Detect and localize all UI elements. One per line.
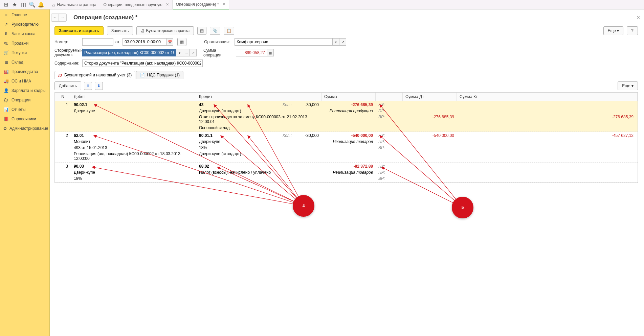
- sumop-input[interactable]: [236, 49, 267, 56]
- bell-icon[interactable]: 🔔: [37, 0, 45, 9]
- storno-input-group: ▾ … ↗: [82, 49, 197, 56]
- sidebar-item-main[interactable]: ≡Главное: [0, 10, 49, 20]
- subtab-accounting[interactable]: Дт Бухгалтерский и налоговый учет (3): [54, 71, 135, 79]
- label-org: Организация:: [204, 40, 232, 44]
- cell-meta: НУ: ПР: ВР:: [376, 132, 403, 162]
- col-sumkt[interactable]: Сумма Кт: [457, 93, 638, 101]
- cell-n: 3: [55, 163, 71, 182]
- list-icon-button[interactable]: 📋: [224, 27, 234, 35]
- table-more-button[interactable]: Еще: [618, 81, 638, 90]
- help-button[interactable]: ?: [627, 26, 638, 35]
- annotation-bubble-4: 4: [293, 195, 314, 217]
- move-down-button[interactable]: ⬇: [95, 82, 103, 90]
- table-row[interactable]: 3 90.03 Двери-купе 18% 68.02 Налог (взно…: [55, 163, 638, 183]
- sidebar-item-reports[interactable]: 📊Отчеты: [0, 105, 49, 114]
- date-input[interactable]: [123, 38, 166, 46]
- sidebar-item-sales[interactable]: 🛍Продажи: [0, 39, 49, 48]
- label-storno: Сторнируемый документ:: [54, 48, 80, 57]
- dtkt-icon-button[interactable]: ▤: [197, 27, 206, 35]
- cell-sumkt: [457, 163, 638, 182]
- sidebar-label: Покупки: [12, 50, 27, 55]
- tab-bar: ⌂ Начальная страница Операции, введенные…: [49, 0, 229, 9]
- cell-n: 1: [55, 101, 71, 131]
- storno-input[interactable]: [82, 49, 176, 56]
- sidebar-item-manager[interactable]: ↗Руководителю: [0, 20, 49, 29]
- sidebar-label: ОС и НМА: [12, 79, 31, 83]
- tab-current-operation[interactable]: Операция (создание) * ✕: [173, 0, 229, 9]
- sidebar-label: Зарплата и кадры: [12, 88, 45, 93]
- label-from: от:: [115, 40, 120, 44]
- close-page-button[interactable]: ×: [636, 15, 641, 21]
- close-icon[interactable]: ✕: [222, 2, 225, 6]
- debit-sub2: 18%: [74, 176, 194, 181]
- sidebar-item-hr[interactable]: 👤Зарплата и кадры: [0, 86, 49, 95]
- close-icon[interactable]: ✕: [166, 2, 169, 7]
- locked-icon[interactable]: ▦: [177, 38, 186, 46]
- sumdt-vr: -276 685,39: [405, 115, 454, 119]
- sidebar-item-assets[interactable]: 🚚ОС и НМА: [0, 76, 49, 86]
- calc-icon[interactable]: ▦: [267, 49, 274, 56]
- content-input[interactable]: [82, 59, 203, 67]
- sidebar-item-operations[interactable]: ДтОперации: [0, 95, 49, 105]
- save-close-button[interactable]: Записать и закрыть: [54, 26, 104, 35]
- subtab-vat[interactable]: 📄 НДС Продажи (1): [136, 71, 183, 79]
- attach-icon-button[interactable]: 📎: [210, 27, 220, 35]
- tab-home[interactable]: ⌂ Начальная страница: [49, 0, 100, 9]
- label-kol: Кол.:: [261, 102, 292, 107]
- label-vr: ВР:: [378, 176, 400, 181]
- col-n[interactable]: N: [55, 93, 71, 101]
- select-icon[interactable]: …: [183, 49, 190, 56]
- top-toolbar: ⊞ ★ ◫ 🔍 🔔 ⌂ Начальная страница Операции,…: [0, 0, 644, 9]
- org-input[interactable]: [235, 38, 333, 46]
- open-icon[interactable]: ↗: [339, 38, 346, 46]
- nav-forward-button[interactable]: →: [59, 14, 66, 21]
- sidebar-item-warehouse[interactable]: ▦Склад: [0, 57, 49, 67]
- move-up-button[interactable]: ⬆: [84, 82, 92, 90]
- col-debit[interactable]: Дебет: [71, 93, 196, 101]
- tab-manual-operations[interactable]: Операции, введенные вручную ✕: [100, 0, 173, 9]
- cell-debit: 90.02.1 Двери-купе: [71, 101, 196, 131]
- calendar-icon[interactable]: 📅: [166, 38, 173, 46]
- sidebar-label: Склад: [12, 60, 23, 65]
- credit-account: 68.02: [199, 164, 319, 169]
- table-row[interactable]: 1 90.02.1 Двери-купе 43 Кол.: -30,000 Дв…: [55, 101, 638, 132]
- loop-icon[interactable]: ◫: [19, 0, 28, 9]
- sidebar-item-purchases[interactable]: 🛒Покупки: [0, 48, 49, 57]
- nav-back-button[interactable]: ←: [51, 14, 59, 21]
- dropdown-icon[interactable]: ▾: [176, 49, 183, 56]
- sidebar-label: Отчеты: [12, 107, 25, 112]
- sidebar-item-directories[interactable]: 📕Справочники: [0, 114, 49, 124]
- debit-account: 90.02.1: [74, 102, 194, 107]
- cell-sumdt: -276 685,39: [403, 101, 457, 131]
- credit-sub2: 18%: [199, 145, 319, 150]
- dropdown-icon[interactable]: ▾: [333, 38, 339, 46]
- open-icon[interactable]: ↗: [190, 49, 197, 56]
- credit-qty: -30,000: [292, 133, 319, 138]
- sumkt-nu: -457 627,12: [460, 133, 634, 138]
- factory-icon: 🏭: [3, 69, 9, 74]
- grid-icon: ▦: [3, 60, 9, 65]
- ruble-icon: ₽: [3, 31, 9, 36]
- print-report-button[interactable]: 🖨 Бухгалтерская справка: [136, 26, 194, 35]
- credit-account: 43: [199, 102, 261, 107]
- number-input[interactable]: [82, 38, 113, 46]
- col-sum[interactable]: Сумма: [321, 93, 376, 101]
- col-sumdt[interactable]: Сумма Дт: [403, 93, 457, 101]
- apps-icon[interactable]: ⊞: [1, 0, 10, 9]
- org-input-group: ▾ ↗: [235, 38, 346, 46]
- sidebar-item-admin[interactable]: ✿Администрирование: [0, 124, 49, 133]
- table-row[interactable]: 2 62.01 Монолит 493 от 15.01.2013 Реализ…: [55, 132, 638, 163]
- cell-sumkt: -457 627,12: [457, 132, 638, 162]
- sidebar-item-bank[interactable]: ₽Банк и касса: [0, 29, 49, 39]
- favorite-icon[interactable]: ★: [10, 0, 19, 9]
- search-icon[interactable]: 🔍: [28, 0, 37, 9]
- tab-home-label: Начальная страница: [57, 2, 96, 7]
- sum-desc: Реализация товаров: [324, 170, 373, 175]
- col-credit[interactable]: Кредит: [196, 93, 321, 101]
- sidebar-item-production[interactable]: 🏭Производство: [0, 67, 49, 76]
- subtab-label: НДС Продажи (1): [147, 73, 180, 77]
- add-row-button[interactable]: Добавить: [54, 81, 81, 90]
- more-button[interactable]: Еще: [603, 26, 624, 35]
- save-button[interactable]: Записать: [107, 26, 133, 35]
- credit-sub1: Двери-купе: [199, 139, 319, 144]
